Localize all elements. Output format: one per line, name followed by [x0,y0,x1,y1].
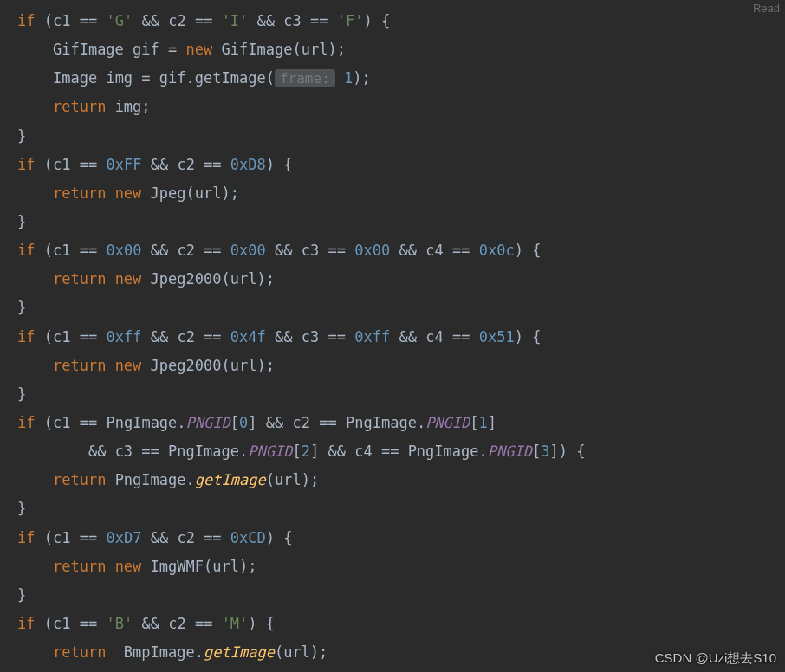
semicolon: ; [310,471,319,488]
static-PNGID: PNGID [186,414,230,431]
hex-FF: 0xFF [106,156,141,173]
char-F: 'F' [337,12,364,29]
type-Image: Image [53,69,97,87]
var-url: url [283,643,310,661]
brace-close: } [17,127,26,145]
class-BmpImage: BmpImage [124,643,195,661]
op-eq: == [80,414,97,431]
paren-open: ( [44,615,53,632]
paren-close: ) [239,558,248,575]
class-PngImage: PngImage [106,414,177,431]
brace-close: } [17,213,26,230]
semicolon: ; [248,558,256,575]
semicolon: ; [337,41,346,58]
var-gif: gif [159,69,186,87]
brace-open: { [576,443,585,460]
static-method-getImage: getImage [195,471,266,488]
bracket-open: [ [470,414,478,431]
static-PNGID: PNGID [488,443,532,460]
op-eq: == [204,529,221,546]
op-and: && [328,443,345,460]
paren-close: ) [266,529,275,546]
op-eq: == [319,414,336,431]
param-hint-frame: frame: [275,69,335,87]
paren-close: ) [559,443,568,460]
hex-D7: 0xD7 [106,529,141,546]
op-and: && [151,328,168,346]
brace-open: { [381,12,390,29]
var-img: img [115,98,142,115]
op-eq: == [328,328,346,346]
op-eq: == [381,443,399,460]
keyword-new: new [115,558,142,575]
semicolon: ; [266,357,275,374]
ctor-GifImage: GifImage [222,41,293,58]
num-3: 3 [541,443,549,460]
paren-close: ) [256,357,265,374]
op-and: && [257,12,275,29]
var-c2: c2 [177,529,194,546]
keyword-return: return [53,643,106,661]
keyword-if: if [17,242,35,259]
var-c3: c3 [283,12,301,29]
var-url: url [302,41,328,58]
var-url: url [230,357,257,374]
code-editor[interactable]: if (c1 == 'G' && c2 == 'I' && c3 == 'F')… [0,0,785,667]
op-eq: == [310,12,328,29]
op-eq: == [204,156,221,173]
bracket-close: ] [310,443,319,460]
readonly-indicator: Read [753,2,780,15]
ctor-Jpeg2000: Jpeg2000 [151,270,222,288]
hex-00: 0x00 [354,242,390,259]
method-getImage: getImage [195,69,266,87]
var-c1: c1 [53,156,70,173]
op-eq: == [452,328,470,346]
char-I: 'I' [222,12,249,29]
paren-close: ) [515,328,523,346]
var-c1: c1 [53,529,70,546]
hex-00: 0x00 [106,242,141,259]
paren-open: ( [266,69,275,87]
char-B: 'B' [106,615,133,632]
keyword-if: if [17,529,35,546]
op-eq: == [80,12,97,29]
var-c2: c2 [168,615,185,632]
keyword-return: return [53,558,106,575]
op-and: && [275,242,292,259]
op-eq: == [80,242,97,259]
brace-close: } [17,385,26,403]
bracket-open: [ [532,443,541,460]
op-eq: == [195,615,212,632]
semicolon: ; [141,98,150,115]
class-PngImage: PngImage [115,471,186,488]
var-c3: c3 [302,328,319,346]
ctor-Jpeg2000: Jpeg2000 [151,357,222,374]
static-PNGID: PNGID [248,443,292,460]
dot: . [479,443,488,460]
brace-open: { [283,529,292,546]
brace-close: } [17,586,26,604]
dot: . [239,443,248,460]
op-eq: == [328,242,346,259]
bracket-close: ] [248,414,256,431]
semicolon: ; [230,184,239,202]
keyword-if: if [17,156,35,173]
brace-open: { [532,328,541,346]
num-0: 0 [239,414,248,431]
hex-0c: 0x0c [479,242,515,259]
num-2: 2 [302,443,310,460]
paren-close: ) [353,69,361,87]
var-c2: c2 [177,242,194,259]
keyword-new: new [115,184,142,202]
class-PngImage: PngImage [408,443,479,460]
hex-ff: 0xff [106,328,141,346]
var-c4: c4 [425,242,443,259]
watermark-text: CSDN @Uzi想去S10 [655,650,776,667]
op-and: && [399,242,416,259]
bracket-close: ] [488,414,496,431]
brace-open: { [532,242,541,259]
num-1: 1 [344,69,353,87]
num-1: 1 [479,414,488,431]
brace-open: { [283,156,292,173]
op-eq: == [195,12,212,29]
